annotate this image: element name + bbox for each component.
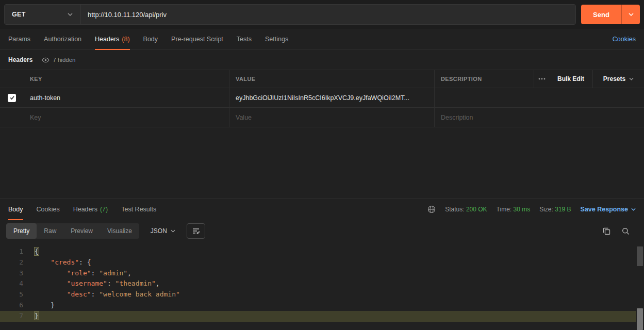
presets-dropdown[interactable]: Presets xyxy=(592,70,644,88)
request-url-bar: GET Send xyxy=(0,0,644,29)
code-line: 7} xyxy=(0,311,636,322)
tab-settings[interactable]: Settings xyxy=(265,29,288,50)
new-key-input[interactable]: Key xyxy=(24,114,229,121)
line-number: 5 xyxy=(0,289,23,300)
hidden-headers-toggle[interactable]: 7 hidden xyxy=(42,57,75,63)
request-panel-empty-space xyxy=(0,127,644,199)
wrap-text-button[interactable] xyxy=(187,223,205,239)
select-all-column xyxy=(0,70,24,88)
chevron-down-icon xyxy=(631,208,636,211)
tab-label: Headers xyxy=(95,36,119,43)
scrollbar-thumb-bottom[interactable] xyxy=(637,308,643,330)
tab-label: Pre-request Script xyxy=(171,36,223,43)
presets-label: Presets xyxy=(603,75,625,82)
response-body-editor[interactable]: 1{2 "creds": {3 "role": "admin",4 "usern… xyxy=(0,242,644,330)
headers-table-header: KEY VALUE DESCRIPTION Bulk Edit Presets xyxy=(0,70,644,88)
new-row-checkbox-slot xyxy=(0,108,24,127)
status-badge: Status: 200 OK xyxy=(445,206,487,213)
tab-label: Tests xyxy=(237,36,252,43)
headers-count-badge: (8) xyxy=(122,36,129,43)
headers-section-title: Headers xyxy=(8,56,32,63)
size-badge: Size: 319 B xyxy=(539,206,571,213)
headers-section-header: Headers 7 hidden xyxy=(0,50,644,70)
value-column-header: VALUE xyxy=(229,70,434,88)
tab-params[interactable]: Params xyxy=(8,29,30,50)
eye-icon xyxy=(42,57,49,63)
chevron-down-icon xyxy=(68,13,73,16)
tab-authorization[interactable]: Authorization xyxy=(44,29,81,50)
line-number: 2 xyxy=(0,257,23,268)
header-row-auth-token: auth-token eyJhbGciOiJIUzI1NiIsInR5cCI6I… xyxy=(0,88,644,108)
response-tab-cookies[interactable]: Cookies xyxy=(37,199,60,220)
row-checkbox[interactable] xyxy=(8,94,16,102)
scrollbar-thumb-top[interactable] xyxy=(637,246,643,266)
view-preview-tab[interactable]: Preview xyxy=(63,223,100,239)
code-line: 5 "desc": "welcome back admin" xyxy=(0,289,636,300)
code-lines: 1{2 "creds": {3 "role": "admin",4 "usern… xyxy=(0,246,636,322)
method-dropdown[interactable]: GET xyxy=(5,5,80,24)
tab-pre-request-script[interactable]: Pre-request Script xyxy=(171,29,223,50)
language-dropdown[interactable]: JSON xyxy=(145,223,180,239)
code-line: 3 "role": "admin", xyxy=(0,268,636,279)
response-tab-test-results[interactable]: Test Results xyxy=(121,199,156,220)
tab-tests[interactable]: Tests xyxy=(237,29,252,50)
code-line: 2 "creds": { xyxy=(0,257,636,268)
description-column-header: DESCRIPTION xyxy=(434,70,534,88)
search-response-button[interactable] xyxy=(622,227,630,235)
response-tab-headers[interactable]: Headers (7) xyxy=(73,199,108,220)
view-raw-tab[interactable]: Raw xyxy=(37,223,63,239)
three-dots-icon xyxy=(538,78,546,80)
view-pretty-tab[interactable]: Pretty xyxy=(6,223,37,239)
view-visualize-tab[interactable]: Visualize xyxy=(100,223,139,239)
time-badge: Time: 30 ms xyxy=(497,206,531,213)
chevron-down-icon xyxy=(629,13,634,16)
headers-table: KEY VALUE DESCRIPTION Bulk Edit Presets xyxy=(0,70,644,127)
key-column-header: KEY xyxy=(24,76,229,82)
tab-body[interactable]: Body xyxy=(143,29,158,50)
api-client-app: GET Send Params Authorization Headers (8… xyxy=(0,0,644,330)
url-input[interactable] xyxy=(80,5,575,24)
line-number: 1 xyxy=(0,246,23,257)
send-button[interactable]: Send xyxy=(581,5,621,24)
response-panel: Body Cookies Headers (7) Test Results St… xyxy=(0,199,644,330)
checkmark-icon xyxy=(9,95,15,101)
copy-response-button[interactable] xyxy=(603,227,610,235)
response-headers-count-badge: (7) xyxy=(100,206,108,213)
network-globe-icon[interactable] xyxy=(427,205,436,213)
response-meta: Status: 200 OK Time: 30 ms Size: 319 B S… xyxy=(427,199,636,220)
copy-icon xyxy=(603,227,610,235)
header-value-cell[interactable]: eyJhbGciOiJIUzI1NiIsInR5cCI6IkpXVCJ9.eyJ… xyxy=(229,88,434,107)
line-number: 7 xyxy=(0,311,23,322)
hidden-headers-label: 7 hidden xyxy=(53,57,75,63)
wrap-text-icon xyxy=(192,228,200,234)
new-value-input[interactable]: Value xyxy=(229,108,434,127)
response-toolbar-right xyxy=(603,227,638,235)
tab-label: Body xyxy=(143,36,158,43)
header-key-cell[interactable]: auth-token xyxy=(24,94,229,102)
send-button-group: Send xyxy=(581,5,640,24)
new-description-input[interactable]: Description xyxy=(434,108,644,127)
tab-label: Authorization xyxy=(44,36,81,43)
tab-label: Cookies xyxy=(37,206,60,213)
search-icon xyxy=(622,227,630,235)
cookies-link[interactable]: Cookies xyxy=(613,29,636,50)
line-number: 3 xyxy=(0,268,23,279)
send-options-button[interactable] xyxy=(621,5,640,24)
tab-headers[interactable]: Headers (8) xyxy=(95,29,130,50)
request-tabs: Params Authorization Headers (8) Body Pr… xyxy=(0,29,644,50)
tab-label: Headers xyxy=(73,206,97,213)
header-description-cell[interactable] xyxy=(434,88,644,107)
chevron-down-icon xyxy=(629,77,634,80)
code-line: 4 "username": "theadmin", xyxy=(0,278,636,289)
view-mode-tabs: Pretty Raw Preview Visualize xyxy=(6,223,139,239)
new-header-row: Key Value Description xyxy=(0,108,644,127)
language-label: JSON xyxy=(151,227,167,235)
bulk-edit-button[interactable]: Bulk Edit xyxy=(549,70,592,88)
response-tab-body[interactable]: Body xyxy=(8,199,23,220)
response-view-toolbar: Pretty Raw Preview Visualize JSON xyxy=(0,220,644,242)
save-response-button[interactable]: Save Response xyxy=(581,206,636,213)
more-options-button[interactable] xyxy=(534,70,549,88)
tab-label: Test Results xyxy=(121,206,156,213)
code-line: 6 } xyxy=(0,300,636,311)
code-line: 1{ xyxy=(0,246,636,257)
